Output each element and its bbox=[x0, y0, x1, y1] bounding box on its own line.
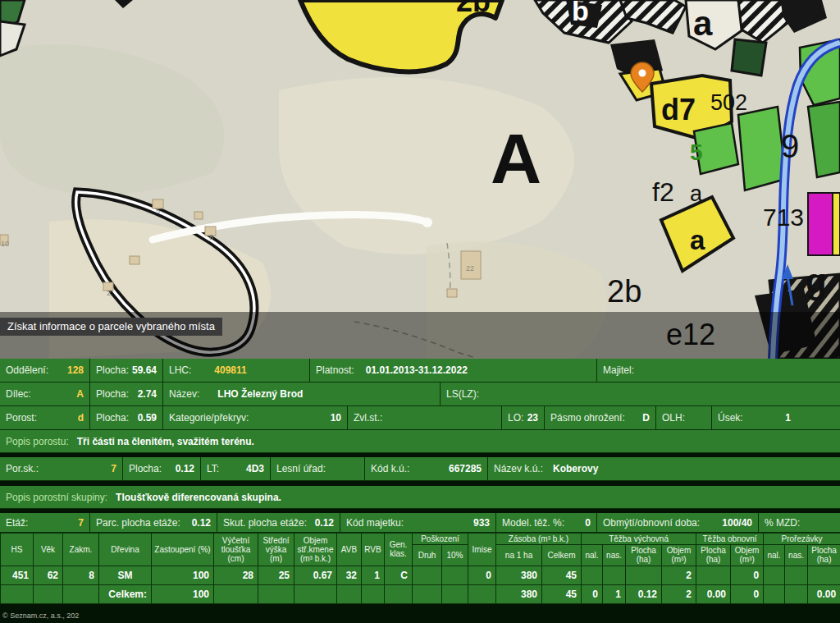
table-cell bbox=[214, 584, 258, 603]
mzd-label: % MZD: bbox=[765, 517, 800, 529]
table-cell: 45 bbox=[542, 566, 582, 584]
porsk-label: Por.sk.: bbox=[6, 463, 39, 474]
olh-label: OLH: bbox=[662, 412, 685, 424]
kod-majetku-label: Kód majetku: bbox=[346, 517, 404, 529]
column-subheader: Plocha (ha) bbox=[626, 545, 662, 566]
table-cell bbox=[442, 584, 468, 603]
porost-label: Porost: bbox=[6, 412, 37, 424]
table-cell: 25 bbox=[258, 566, 294, 584]
column-subheader: 10% bbox=[442, 545, 468, 566]
column-header: Dřevina bbox=[99, 534, 152, 566]
column-subheader: nas. bbox=[603, 545, 626, 566]
table-cell: 62 bbox=[34, 566, 63, 584]
column-subheader: nas. bbox=[785, 545, 808, 566]
table-cell: SM bbox=[99, 566, 152, 584]
kategorie-value: 10 bbox=[331, 412, 341, 424]
column-header: Střední výška (m) bbox=[258, 534, 294, 566]
table-cell: 2 bbox=[662, 566, 696, 584]
popis-skupiny-label: Popis porostní skupiny: bbox=[6, 492, 107, 503]
kategorie-label: Kategorie/překryv: bbox=[169, 412, 249, 424]
nazevku-label: Název k.ú.: bbox=[494, 463, 543, 474]
table-cell: 0.12 bbox=[626, 584, 662, 603]
table-cell bbox=[63, 584, 99, 603]
table-cell: 2 bbox=[662, 584, 696, 603]
column-header: Gen. klas. bbox=[385, 534, 413, 566]
porsk-value: 7 bbox=[111, 463, 116, 474]
kodku-label: Kód k.ú.: bbox=[371, 463, 409, 474]
table-cell: 0 bbox=[731, 566, 764, 584]
table-cell: 0 bbox=[731, 584, 764, 603]
plocha3-value: 0.59 bbox=[138, 412, 157, 424]
lesni-urad-label: Lesní úřad: bbox=[276, 463, 326, 474]
nazevku-value: Koberovy bbox=[553, 463, 598, 474]
stand-table: HSVěkZakm.DřevinaZastoupení (%)Výčetní t… bbox=[0, 533, 840, 604]
table-cell: 1 bbox=[362, 566, 385, 584]
obmyti-label: Obmýtí/obnovní doba: bbox=[603, 517, 700, 529]
table-cell bbox=[337, 584, 362, 603]
table-cell bbox=[413, 584, 442, 603]
table-cell bbox=[1, 584, 34, 603]
map-canvas[interactable] bbox=[0, 0, 840, 359]
column-header: RVB bbox=[362, 534, 385, 566]
table-cell bbox=[764, 566, 785, 584]
column-subheader: Plocha (ha) bbox=[696, 545, 731, 566]
column-subheader: Celkem bbox=[542, 545, 582, 566]
column-header: HS bbox=[1, 534, 34, 566]
column-header: Zakm. bbox=[63, 534, 99, 566]
plocha1-value: 59.64 bbox=[132, 364, 157, 376]
column-header: Těžba výchovná bbox=[582, 534, 696, 545]
zvlst-label: Zvl.st.: bbox=[354, 412, 382, 424]
table-cell: 1 bbox=[603, 584, 626, 603]
popis-skupiny-value: Tloušťkově diferencovaná skupina. bbox=[116, 492, 281, 503]
majitel-label: Majitel: bbox=[603, 364, 634, 376]
column-header: Imise bbox=[468, 534, 496, 566]
table-cell bbox=[603, 566, 626, 584]
map[interactable]: 2bbad750259f2a713a2bge12A5822210 Získat … bbox=[0, 0, 840, 359]
lslz-label: LS(LZ): bbox=[446, 388, 479, 400]
table-cell: 32 bbox=[337, 566, 362, 584]
column-subheader: Objem (m³) bbox=[731, 545, 764, 566]
etaz-label: Etáž: bbox=[6, 517, 28, 529]
info-row-porost: Porost:d Plocha:0.59 Kategorie/překryv:1… bbox=[0, 406, 840, 430]
column-subheader: nal. bbox=[582, 545, 603, 566]
table-cell bbox=[34, 584, 63, 603]
info-row-etaz: Etáž:7 Parc. plocha etáže:0.12 Skut. plo… bbox=[0, 513, 840, 533]
table-cell: 0 bbox=[468, 566, 496, 584]
column-subheader: Plocha (ha) bbox=[808, 545, 840, 566]
oddeleni-value: 128 bbox=[67, 364, 84, 376]
table-cell: 100 bbox=[152, 566, 214, 584]
table-cell bbox=[385, 584, 413, 603]
table-cell bbox=[626, 566, 662, 584]
table-row-total: Celkem:10038045010.1220.0000.00 bbox=[1, 584, 840, 603]
porost-value: d bbox=[78, 412, 84, 424]
column-header: Věk bbox=[34, 534, 63, 566]
etaz-value: 7 bbox=[78, 517, 84, 529]
table-cell bbox=[468, 584, 496, 603]
table-cell: 0.00 bbox=[696, 584, 731, 603]
table-cell: 45 bbox=[542, 584, 582, 603]
column-header: Zastoupení (%) bbox=[152, 534, 214, 566]
plocha2-value: 2.74 bbox=[138, 388, 157, 400]
plocha2-label: Plocha: bbox=[96, 388, 129, 400]
table-cell: 451 bbox=[1, 566, 34, 584]
plocha1-label: Plocha: bbox=[96, 364, 129, 376]
kodku-value: 667285 bbox=[449, 463, 482, 474]
column-header: Prořezávky bbox=[764, 534, 840, 545]
table-cell bbox=[362, 584, 385, 603]
lo-value: 23 bbox=[527, 412, 538, 424]
table-cell bbox=[785, 584, 808, 603]
info-row-popis-skupiny: Popis porostní skupiny:Tloušťkově difere… bbox=[0, 486, 840, 509]
column-header: Objem stř.kmene (m³ b.k.) bbox=[294, 534, 337, 566]
parc-plocha-label: Parc. plocha etáže: bbox=[96, 517, 180, 529]
table-cell bbox=[696, 566, 731, 584]
map-tooltip: Získat informace o parcele vybraného mís… bbox=[0, 318, 222, 336]
table-cell bbox=[764, 584, 785, 603]
info-row-popis-porostu: Popis porostu:Tři části na členitém, sva… bbox=[0, 430, 840, 453]
column-subheader: Druh bbox=[413, 545, 442, 566]
table-cell: 8 bbox=[63, 566, 99, 584]
copyright-text: © Seznam.cz, a.s., 202 bbox=[2, 612, 79, 620]
info-row-porsk: Por.sk.:7 Plocha:0.12 LT:4D3 Lesní úřad:… bbox=[0, 457, 840, 481]
table-cell: C bbox=[385, 566, 413, 584]
table-cell: 380 bbox=[496, 566, 542, 584]
plocha5-label: Plocha: bbox=[129, 463, 162, 474]
